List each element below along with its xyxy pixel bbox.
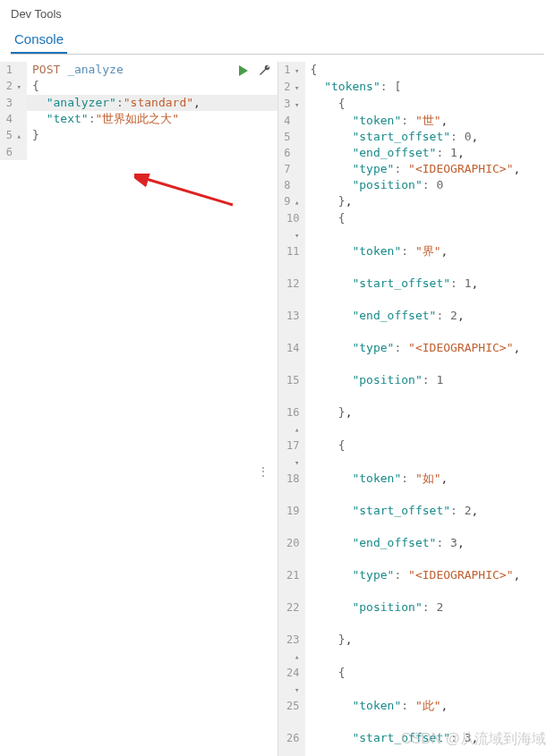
line-number: 21 — [278, 567, 305, 599]
code-content[interactable]: "text":"世界如此之大" — [27, 111, 278, 127]
code-line: 6 "end_offset": 1, — [278, 145, 556, 161]
line-number: 18 — [278, 471, 305, 503]
code-line: 7 "type": "<IDEOGRAPHIC>", — [278, 161, 556, 177]
code-content: "position": 0 — [305, 177, 556, 193]
play-icon[interactable] — [236, 64, 251, 78]
line-number: 10▾ — [278, 210, 305, 243]
line-number: 25 — [278, 698, 305, 730]
line-number: 5 — [278, 129, 305, 145]
line-number: 1 — [0, 62, 27, 78]
code-content: "end_offset": 3, — [305, 535, 556, 567]
code-content: "end_offset": 2, — [305, 308, 556, 340]
code-line: 8 "position": 0 — [278, 177, 556, 193]
line-number: 11 — [278, 243, 305, 276]
code-content: "token": "界", — [305, 243, 556, 276]
code-content[interactable]: "analyzer":"standard", — [27, 95, 278, 111]
code-line: 2▾ "tokens": [ — [278, 79, 556, 96]
code-line: 24▾ { — [278, 665, 556, 698]
line-number: 15 — [278, 372, 305, 404]
code-content: "position": 2 — [305, 599, 556, 632]
code-line: 11 "token": "界", — [278, 243, 556, 276]
code-line: 18 "token": "如", — [278, 471, 556, 503]
code-line[interactable]: 5▴} — [0, 127, 278, 144]
request-pane[interactable]: 1POST _analyze2▾{3 "analyzer":"standard"… — [0, 62, 278, 756]
code-content: { — [305, 437, 556, 471]
code-content: "start_offset": 0, — [305, 129, 556, 145]
line-number: 5▴ — [0, 127, 27, 144]
code-content: { — [305, 210, 556, 243]
line-number: 8 — [278, 177, 305, 193]
code-content: "type": "<IDEOGRAPHIC>", — [305, 567, 556, 599]
code-content: "token": "如", — [305, 471, 556, 503]
code-line: 22 "position": 2 — [278, 599, 556, 632]
header: Dev Tools Console — [0, 0, 555, 62]
annotation-arrow-icon — [134, 174, 242, 209]
code-content: }, — [305, 193, 556, 210]
code-line: 1▾{ — [278, 62, 556, 79]
line-number: 4 — [0, 111, 27, 127]
code-line: 15 "position": 1 — [278, 372, 556, 404]
code-content: "start_offset": 1, — [305, 276, 556, 308]
code-content: }, — [305, 632, 556, 665]
code-line: 12 "start_offset": 1, — [278, 276, 556, 308]
code-content: "token": "世", — [305, 113, 556, 129]
code-line: 25 "token": "此", — [278, 698, 556, 730]
code-line: 19 "start_offset": 2, — [278, 503, 556, 535]
svg-line-0 — [143, 178, 233, 205]
line-number: 6 — [278, 145, 305, 161]
line-number: 7 — [278, 161, 305, 177]
code-content: "type": "<IDEOGRAPHIC>", — [305, 340, 556, 372]
code-content[interactable]: { — [27, 78, 278, 95]
code-line[interactable]: 2▾{ — [0, 78, 278, 95]
code-content: "token": "此", — [305, 698, 556, 730]
request-actions — [236, 64, 272, 78]
line-number: 2▾ — [278, 79, 305, 96]
code-line: 3▾ { — [278, 96, 556, 113]
line-number: 12 — [278, 276, 305, 308]
code-line[interactable]: 3 "analyzer":"standard", — [0, 95, 278, 111]
line-number: 1▾ — [278, 62, 305, 79]
line-number: 6 — [0, 144, 27, 160]
code-content: }, — [305, 404, 556, 437]
code-content: "tokens": [ — [305, 79, 556, 96]
code-content[interactable]: } — [27, 127, 278, 144]
code-line: 9▴ }, — [278, 193, 556, 210]
line-number: 17▾ — [278, 437, 305, 471]
code-content[interactable] — [27, 144, 278, 160]
code-line: 5 "start_offset": 0, — [278, 129, 556, 145]
line-number: 26 — [278, 730, 305, 756]
tab-console[interactable]: Console — [11, 26, 67, 54]
line-number: 24▾ — [278, 665, 305, 698]
line-number: 14 — [278, 340, 305, 372]
line-number: 22 — [278, 599, 305, 632]
code-line: 20 "end_offset": 3, — [278, 535, 556, 567]
code-line[interactable]: 4 "text":"世界如此之大" — [0, 111, 278, 127]
code-content: "position": 1 — [305, 372, 556, 404]
line-number: 13 — [278, 308, 305, 340]
code-line: 21 "type": "<IDEOGRAPHIC>", — [278, 567, 556, 599]
line-number: 4 — [278, 113, 305, 129]
code-line: 14 "type": "<IDEOGRAPHIC>", — [278, 340, 556, 372]
wrench-icon[interactable] — [258, 64, 272, 78]
code-line: 10▾ { — [278, 210, 556, 243]
code-content: { — [305, 665, 556, 698]
code-line: 13 "end_offset": 2, — [278, 308, 556, 340]
code-line: 17▾ { — [278, 437, 556, 471]
response-pane[interactable]: 1▾{2▾ "tokens": [3▾ {4 "token": "世",5 "s… — [278, 62, 556, 756]
line-number: 9▴ — [278, 193, 305, 210]
code-line[interactable]: 6 — [0, 144, 278, 160]
code-content: "start_offset": 2, — [305, 503, 556, 535]
code-line: 16▴ }, — [278, 404, 556, 437]
editor-panes: 1POST _analyze2▾{3 "analyzer":"standard"… — [0, 62, 555, 756]
line-number: 3 — [0, 95, 27, 111]
line-number: 3▾ — [278, 96, 305, 113]
watermark: CSDN @从流域到海域 — [401, 730, 546, 749]
line-number: 16▴ — [278, 404, 305, 437]
line-number: 20 — [278, 535, 305, 567]
pane-divider-handle[interactable]: ⋮ — [257, 464, 268, 479]
line-number: 2▾ — [0, 78, 27, 95]
code-line: 4 "token": "世", — [278, 113, 556, 129]
code-content: { — [305, 62, 556, 79]
line-number: 19 — [278, 503, 305, 535]
code-content: { — [305, 96, 556, 113]
